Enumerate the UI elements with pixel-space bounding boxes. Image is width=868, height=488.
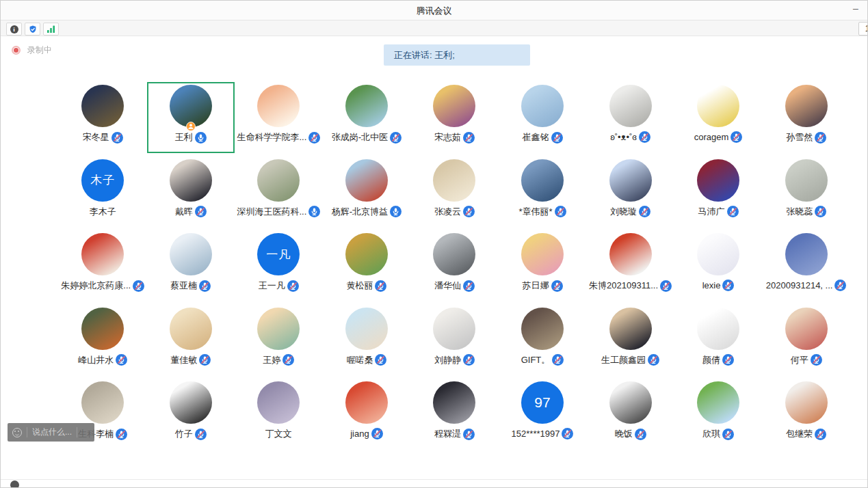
- participant-cell[interactable]: 20200931214, ...: [762, 228, 850, 303]
- participant-cell[interactable]: GIFT。: [499, 303, 587, 377]
- mic-muted-icon: [463, 280, 475, 292]
- signal-bars-icon: [47, 25, 56, 33]
- participant-cell[interactable]: 朱婷婷北京药康...: [59, 228, 147, 303]
- participant-cell[interactable]: 苏日娜: [499, 228, 587, 303]
- mic-muted-icon: [375, 354, 386, 366]
- participant-cell[interactable]: 孙雪然: [762, 80, 850, 154]
- participant-name: 深圳海王医药科...: [237, 206, 306, 218]
- participant-cell[interactable]: 竹子: [147, 377, 235, 451]
- chat-placeholder[interactable]: 说点什么...: [32, 426, 72, 438]
- avatar-text: 一凡: [266, 247, 291, 262]
- participant-cell[interactable]: 程槑湜: [410, 377, 499, 451]
- participant-cell[interactable]: *章伟丽*: [499, 154, 587, 229]
- mic-muted-icon: [463, 132, 475, 144]
- top-toolbar: i: [1, 20, 867, 36]
- participant-cell[interactable]: 黄松丽: [323, 228, 411, 303]
- mic-muted-icon: [551, 132, 563, 144]
- layout-page-button[interactable]: 1: [858, 22, 868, 36]
- participant-name: 崔鑫铭: [523, 131, 549, 144]
- avatar: [785, 308, 828, 350]
- mic-muted-icon: [111, 132, 123, 144]
- participant-cell[interactable]: 生命科学学院李...: [235, 80, 323, 154]
- participant-cell[interactable]: 王利: [147, 80, 235, 154]
- participant-cell[interactable]: 木子李木子: [59, 154, 147, 229]
- participant-name: 王婷: [263, 354, 280, 366]
- mic-muted-icon: [834, 280, 846, 291]
- mic-muted-icon: [463, 354, 475, 366]
- avatar: [521, 308, 564, 350]
- participant-cell[interactable]: 颜倩: [674, 303, 763, 377]
- participant-cell[interactable]: 杨辉-北京博益: [323, 154, 411, 229]
- avatar: 一凡: [257, 233, 300, 275]
- mic-muted-icon: [195, 429, 207, 440]
- participant-cell[interactable]: 丁文文: [235, 377, 323, 451]
- participant-cell[interactable]: 欣琪: [674, 377, 763, 451]
- mic-muted-icon: [722, 354, 734, 366]
- avatar: [81, 381, 124, 424]
- participant-cell[interactable]: 97152****1997: [499, 377, 587, 451]
- mic-muted-icon: [463, 206, 475, 217]
- participant-cell[interactable]: 刘晓璇: [586, 154, 674, 229]
- participant-name: 王利: [175, 131, 193, 144]
- corner-emoji-button[interactable]: [10, 480, 19, 488]
- mic-muted-icon: [390, 132, 402, 144]
- participant-cell[interactable]: 包继荣: [762, 377, 850, 451]
- participant-name: 晚饭: [615, 428, 633, 440]
- avatar: [433, 233, 475, 275]
- avatar: [697, 85, 739, 127]
- participant-cell[interactable]: 崔鑫铭: [499, 80, 587, 154]
- emoji-picker-icon[interactable]: [12, 428, 22, 437]
- participant-name: ʚ˚•ᴥ•˚ɞ: [610, 132, 637, 142]
- participant-cell[interactable]: 一凡王一凡: [235, 228, 323, 303]
- participant-cell[interactable]: coragem: [674, 80, 763, 154]
- avatar: [170, 308, 212, 350]
- participant-name: 丁文文: [265, 428, 292, 440]
- avatar: [81, 85, 124, 127]
- participant-cell[interactable]: 晚饭: [586, 377, 674, 451]
- avatar-text: 97: [534, 394, 550, 411]
- meeting-info-button[interactable]: i: [6, 23, 22, 36]
- participant-cell[interactable]: jiang: [323, 377, 411, 451]
- participant-name: GIFT。: [521, 354, 551, 366]
- participant-cell[interactable]: 张晓蕊: [762, 154, 850, 229]
- mic-muted-icon: [282, 354, 294, 366]
- security-button[interactable]: [25, 23, 40, 36]
- participant-name: 潘华仙: [434, 280, 461, 292]
- minimize-button[interactable]: –: [850, 2, 862, 14]
- title-bar: 腾讯会议 –: [1, 1, 867, 20]
- chat-input-bar[interactable]: 说点什么...: [8, 423, 94, 442]
- mic-muted-icon: [116, 354, 127, 366]
- participant-cell[interactable]: 潘华仙: [410, 228, 499, 303]
- participant-grid: 宋冬星 王利 生命科学学院李... 张成岗-北中医 宋志茹: [59, 80, 850, 451]
- participant-cell[interactable]: 朱博202109311...: [586, 228, 674, 303]
- avatar: [609, 159, 652, 202]
- avatar: [785, 381, 828, 424]
- participant-cell[interactable]: 张成岗-北中医: [323, 80, 411, 154]
- mic-on-icon: [390, 206, 402, 217]
- participant-name: 20200931214, ...: [766, 280, 833, 290]
- participant-name: 张晓蕊: [786, 206, 813, 218]
- participant-cell[interactable]: 刘静静: [410, 303, 499, 377]
- participant-cell[interactable]: 何平: [762, 303, 850, 377]
- participant-cell[interactable]: 喔喏桑: [323, 303, 411, 377]
- participant-cell[interactable]: 生工颜鑫园: [586, 303, 674, 377]
- participant-cell[interactable]: 宋志茹: [410, 80, 499, 154]
- participant-cell[interactable]: 马沛广: [674, 154, 763, 229]
- participant-cell[interactable]: 戴晖: [147, 154, 235, 229]
- participant-cell[interactable]: 张凌云: [410, 154, 499, 229]
- network-button[interactable]: [43, 23, 59, 36]
- participant-cell[interactable]: lexie: [674, 228, 763, 303]
- avatar: [609, 308, 652, 350]
- participant-cell[interactable]: 董佳敏: [147, 303, 235, 377]
- participant-cell[interactable]: ʚ˚•ᴥ•˚ɞ: [586, 80, 674, 154]
- participant-cell[interactable]: 宋冬星: [59, 80, 147, 154]
- participant-cell[interactable]: 峰山井水: [59, 303, 147, 377]
- layout-count-label: 1: [865, 24, 868, 33]
- avatar: [697, 381, 739, 424]
- participant-cell[interactable]: 深圳海王医药科...: [235, 154, 323, 229]
- info-icon: i: [10, 25, 18, 33]
- participant-cell[interactable]: 蔡亚楠: [147, 228, 235, 303]
- participant-cell[interactable]: 王婷: [235, 303, 323, 377]
- participant-name: 张成岗-北中医: [332, 131, 388, 144]
- avatar: [785, 159, 828, 202]
